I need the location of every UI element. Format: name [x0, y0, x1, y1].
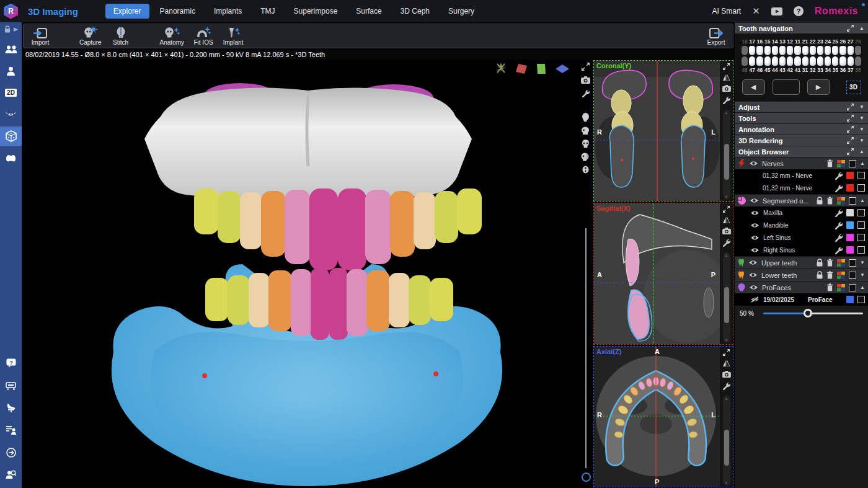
select-checkbox[interactable]	[849, 284, 856, 291]
opacity-slider-handle[interactable]	[804, 309, 812, 317]
soft-tissue-icon[interactable]	[582, 113, 590, 122]
slice-scrollbar[interactable]: ▲▼	[723, 252, 730, 342]
object-group-profaces[interactable]: ProFaces▲	[735, 281, 868, 293]
palette-icon[interactable]	[837, 197, 845, 205]
trash-icon[interactable]	[826, 197, 833, 205]
anatomy-button[interactable]: Anatomy	[160, 25, 184, 46]
select-checkbox[interactable]	[849, 272, 856, 279]
axial-plane-icon[interactable]	[555, 64, 570, 74]
tooth-glyph-24[interactable]	[825, 46, 831, 55]
tooth-number-input[interactable]	[773, 79, 800, 95]
color-swatch[interactable]	[846, 184, 854, 192]
wrench-icon[interactable]	[835, 172, 843, 180]
sagittal-slice-view[interactable]: Sagittal(X) A P ▲▼	[593, 203, 733, 344]
sidebar-item-patient-search[interactable]	[0, 465, 22, 484]
romexis-logo[interactable]: R	[0, 0, 22, 22]
eye-icon[interactable]	[750, 210, 760, 216]
previous-tooth-button[interactable]: ◀	[742, 79, 765, 95]
tooth-glyph-18[interactable]	[742, 46, 748, 55]
palette-icon[interactable]	[837, 160, 845, 167]
object-group-lower-teeth[interactable]: Lower teeth▼	[735, 268, 868, 281]
tooth-glyph-23[interactable]	[817, 46, 823, 55]
panel-header-annotation[interactable]: Annotation▼	[735, 124, 868, 135]
palette-icon[interactable]	[837, 259, 845, 267]
select-checkbox[interactable]	[857, 246, 865, 254]
eye-icon[interactable]	[750, 223, 760, 228]
tooth-glyph-48[interactable]	[742, 56, 748, 66]
sidebar-item-orthodontics[interactable]	[0, 105, 22, 124]
object-item-right-sinus[interactable]: Right Sinus	[735, 244, 868, 256]
color-swatch[interactable]	[846, 172, 854, 179]
implant-button[interactable]: Implant	[223, 25, 244, 46]
help-circle-icon[interactable]: ?	[794, 6, 804, 16]
expand-icon[interactable]	[723, 349, 730, 356]
tab-surgery[interactable]: Surgery	[440, 4, 482, 19]
object-item-left-sinus[interactable]: Left Sinus	[735, 231, 868, 244]
palette-icon[interactable]	[837, 284, 845, 291]
collapse-icon[interactable]: ▼	[860, 272, 865, 278]
tooth-glyph-16[interactable]	[756, 46, 763, 55]
panel-header-3d-rendering[interactable]: 3D Rendering▼	[735, 135, 868, 146]
tooth-glyph-43[interactable]	[779, 56, 786, 66]
expand-icon[interactable]	[723, 63, 730, 70]
eye-icon[interactable]	[749, 285, 758, 290]
wrench-icon[interactable]	[722, 382, 730, 390]
lock-icon[interactable]	[817, 271, 823, 279]
next-tooth-button[interactable]: ▶	[807, 79, 830, 95]
tooth-glyph-15[interactable]	[764, 46, 771, 55]
select-checkbox[interactable]	[857, 172, 865, 179]
select-checkbox[interactable]	[849, 197, 856, 205]
collapse-icon[interactable]: ▲	[859, 149, 864, 154]
tooth-glyph-41[interactable]	[794, 56, 800, 66]
tooth-glyph-34[interactable]	[825, 56, 831, 66]
wrench-icon[interactable]	[722, 96, 730, 104]
coronal-plane-icon[interactable]	[515, 63, 528, 74]
coronal-slice-view[interactable]: Coronal(Y) R L ▲▼	[593, 60, 733, 202]
export-button[interactable]: Export	[706, 25, 727, 46]
object-item-maxilla[interactable]: Maxilla	[735, 206, 868, 219]
collapse-icon[interactable]: ▼	[859, 104, 864, 110]
slice-scrollbar[interactable]: ▲▼	[723, 110, 730, 200]
eye-off-icon[interactable]	[750, 296, 760, 303]
collapse-icon[interactable]: ▲	[860, 285, 865, 290]
expand-icon[interactable]	[847, 137, 854, 144]
sidebar-item-help[interactable]: ?	[0, 353, 22, 373]
object-item-mandible[interactable]: Mandible	[735, 219, 868, 231]
object-group-upper-teeth[interactable]: Upper teeth▼	[735, 256, 868, 268]
select-checkbox[interactable]	[849, 259, 856, 267]
collapse-icon[interactable]: ▲	[860, 161, 865, 166]
tooth-glyph-28[interactable]	[855, 46, 861, 55]
wrench-icon[interactable]	[835, 221, 843, 229]
sidebar-item-equipment[interactable]	[0, 376, 22, 395]
tooth-glyph-31[interactable]	[802, 56, 808, 66]
expand-icon[interactable]	[723, 206, 730, 213]
expand-icon[interactable]	[847, 148, 854, 155]
mirror-icon[interactable]	[722, 360, 730, 366]
scroll-down-icon[interactable]: ▼	[724, 195, 728, 199]
tooth-glyph-26[interactable]	[839, 46, 846, 55]
collapse-icon[interactable]: ▼	[859, 138, 864, 143]
object-item-01-32-mm-nerve[interactable]: 01,32 mm - Nerve	[735, 169, 868, 182]
tab-panoramic[interactable]: Panoramic	[152, 4, 203, 19]
mirror-icon[interactable]	[722, 217, 730, 223]
collapse-icon[interactable]: ▼	[859, 115, 864, 121]
collapse-icon[interactable]: ▲	[859, 25, 864, 31]
color-swatch[interactable]	[846, 209, 854, 216]
panel-header-tools[interactable]: Tools▼	[735, 113, 868, 123]
lock-icon[interactable]	[817, 259, 823, 267]
eye-icon[interactable]	[748, 260, 758, 265]
tab-implants[interactable]: Implants	[206, 4, 250, 19]
eye-icon[interactable]	[750, 247, 760, 253]
3d-viewport[interactable]	[22, 60, 592, 488]
eye-icon[interactable]	[750, 198, 759, 203]
expand-icon[interactable]	[582, 63, 590, 71]
sidebar-item-2d-module[interactable]: 2D	[0, 83, 22, 102]
wrench-icon[interactable]	[835, 234, 843, 242]
sidebar-item-patients[interactable]	[0, 40, 22, 59]
tooth-glyph-35[interactable]	[832, 56, 838, 66]
scroll-down-icon[interactable]: ▼	[724, 338, 728, 342]
select-checkbox[interactable]	[849, 160, 856, 167]
sagittal-plane-icon[interactable]	[535, 63, 547, 74]
wrench-icon[interactable]	[582, 89, 590, 97]
sidebar-item-dental-chair[interactable]	[0, 398, 22, 417]
